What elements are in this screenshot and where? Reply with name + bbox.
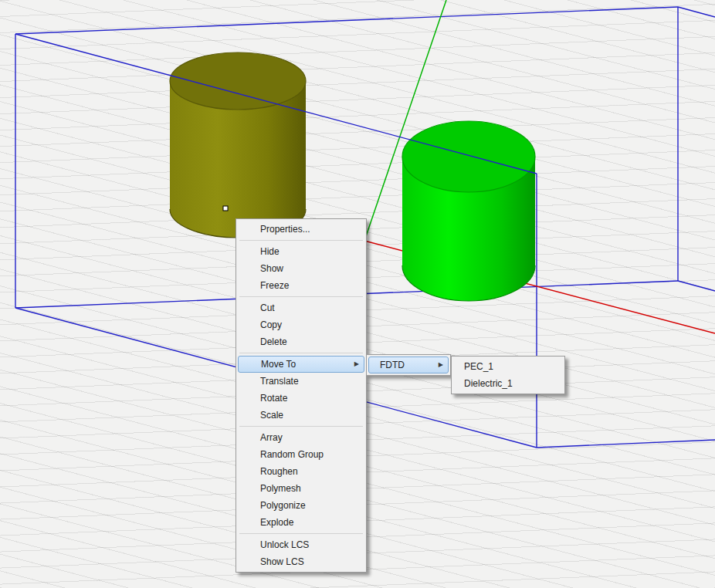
menu-item-label: Show	[260, 263, 283, 274]
menu-item-freeze[interactable]: Freeze	[237, 277, 365, 294]
menu-item-polymesh[interactable]: Polymesh	[237, 480, 365, 497]
menu-item-label: Rotate	[260, 393, 287, 404]
menu-item-array[interactable]: Array	[237, 429, 365, 446]
submenu-arrow-icon: ▶	[354, 357, 359, 372]
menu-item-properties[interactable]: Properties...	[237, 221, 365, 238]
box-edge-bottom-right-depth	[678, 281, 715, 291]
box-edge-top-back	[15, 7, 678, 34]
menu-separator	[239, 533, 363, 534]
menu-item-label: Random Group	[260, 449, 324, 460]
menu-separator	[239, 240, 363, 241]
menu-item-label: Delete	[260, 336, 287, 347]
menu-item-show[interactable]: Show	[237, 260, 365, 277]
menu-item-label: Roughen	[260, 466, 298, 477]
menu-item-label: Cut	[260, 302, 275, 313]
menu-item-label: Show LCS	[260, 556, 304, 567]
menu-item-rotate[interactable]: Rotate	[237, 390, 365, 407]
menu-item-label: Scale	[260, 410, 283, 421]
submenu-item-fdtd[interactable]: FDTD ▶	[368, 357, 449, 373]
menu-item-translate[interactable]: Translate	[237, 373, 365, 390]
menu-separator	[239, 426, 363, 427]
menu-item-delete[interactable]: Delete	[237, 333, 365, 350]
menu-item-label: Array	[260, 432, 283, 443]
menu-item-label: Polygonize	[260, 500, 306, 511]
menu-item-label: Dielectric_1	[464, 378, 513, 389]
box-edge-bottom-front	[537, 440, 715, 448]
submenu-fdtd: PEC_1 Dielectric_1	[451, 356, 565, 394]
menu-item-roughen[interactable]: Roughen	[237, 463, 365, 480]
menu-item-scale[interactable]: Scale	[237, 407, 365, 424]
menu-item-copy[interactable]: Copy	[237, 316, 365, 333]
submenu-item-pec-1[interactable]: PEC_1	[452, 358, 564, 375]
green-cylinder-top[interactable]	[402, 121, 535, 192]
green-cylinder[interactable]	[402, 121, 535, 301]
menu-item-label: Copy	[260, 319, 282, 330]
menu-item-label: Polymesh	[260, 483, 301, 494]
viewport-3d: Properties... Hide Show Freeze Cut Copy …	[0, 0, 715, 588]
menu-item-label: FDTD	[380, 360, 405, 370]
submenu-item-dielectric-1[interactable]: Dielectric_1	[452, 375, 564, 392]
menu-item-label: Move To	[261, 359, 296, 370]
menu-item-random-group[interactable]: Random Group	[237, 446, 365, 463]
menu-item-label: Explode	[260, 517, 293, 528]
menu-item-label: Unlock LCS	[260, 539, 309, 550]
menu-item-label: Properties...	[260, 224, 310, 235]
menu-separator	[239, 296, 363, 297]
menu-item-move-to[interactable]: Move To ▶	[238, 356, 364, 373]
submenu-move-to: FDTD ▶	[366, 354, 451, 376]
box-edge-top-right-depth	[678, 7, 715, 17]
menu-item-label: Freeze	[260, 280, 289, 291]
menu-item-unlock-lcs[interactable]: Unlock LCS	[237, 536, 365, 553]
menu-item-label: Hide	[260, 246, 280, 257]
menu-item-polygonize[interactable]: Polygonize	[237, 497, 365, 514]
menu-item-cut[interactable]: Cut	[237, 299, 365, 316]
menu-item-hide[interactable]: Hide	[237, 243, 365, 260]
menu-item-label: PEC_1	[464, 361, 493, 372]
selection-handle[interactable]	[223, 206, 228, 211]
menu-item-explode[interactable]: Explode	[237, 514, 365, 531]
submenu-arrow-icon: ▶	[439, 357, 443, 373]
menu-item-label: Translate	[260, 376, 299, 387]
menu-item-show-lcs[interactable]: Show LCS	[237, 553, 365, 570]
context-menu: Properties... Hide Show Freeze Cut Copy …	[236, 218, 367, 573]
menu-separator	[239, 353, 363, 353]
